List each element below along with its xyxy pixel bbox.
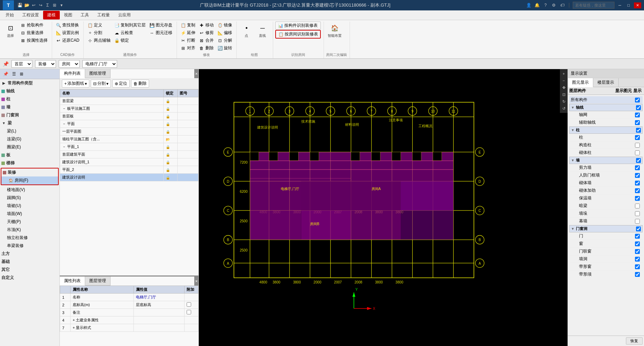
ribbon-btn-elem-save[interactable]: 💾 图元存盘 <box>148 22 174 29</box>
ribbon-btn-extend[interactable]: ⚡ 延伸 <box>179 29 197 36</box>
tree-item-others[interactable]: 其它 <box>0 266 59 274</box>
menu-tools[interactable]: 工具 <box>76 11 93 19</box>
ribbon-btn-split[interactable]: ÷ 分割 <box>86 29 112 36</box>
qat-redo[interactable]: ↪ <box>38 2 44 8</box>
ribbon-btn-elem-move[interactable]: ↔ 图元迁移 <box>148 29 174 36</box>
cad-viewport[interactable]: 1 2 3 4 5 6 7 8 9 10 11 E D <box>199 69 568 346</box>
menu-cloud[interactable]: 云应用 <box>114 11 135 19</box>
wall-section-check[interactable] <box>636 158 641 163</box>
rp-section-column[interactable]: ▼ 柱 <box>569 126 643 134</box>
collapse-top-btn[interactable]: ✕ <box>194 69 198 78</box>
axis-grid-check[interactable] <box>635 113 640 117</box>
ribbon-btn-trim[interactable]: ↩ 修剪 <box>197 29 215 36</box>
cad-tool-rotate-ccw[interactable]: ↺ <box>561 105 567 112</box>
civil-wall-check[interactable] <box>635 173 640 178</box>
help-icon[interactable]: ? <box>543 2 549 8</box>
category-select[interactable]: 房间 <box>59 60 80 68</box>
rp-row-axis-grid[interactable]: 轴网 <box>569 111 643 119</box>
qat-more[interactable]: ▾ <box>58 2 65 8</box>
collapse-bottom-btn[interactable]: ✕ <box>194 277 198 286</box>
ribbon-btn-define[interactable]: 📋 定义 <box>86 22 112 29</box>
table-row[interactable]: － 平面_1 🔒 <box>60 143 198 151</box>
tree-item-axis[interactable]: 轴线 <box>0 87 59 95</box>
tree-item-beam[interactable]: ▼ 梁 <box>0 119 59 127</box>
door-check[interactable] <box>635 234 640 239</box>
table-row[interactable]: 平面_2 🔒 <box>60 166 198 174</box>
bell-icon[interactable]: 🔔 <box>534 2 540 8</box>
attach-checkbox[interactable] <box>187 302 191 307</box>
restore-btn[interactable]: 恢复 <box>626 337 643 345</box>
column-check[interactable] <box>635 135 640 140</box>
tree-item-foundation[interactable]: 基础 <box>0 258 59 266</box>
opening-section-check[interactable] <box>636 226 641 231</box>
ribbon-btn-merge[interactable]: ⊠ 合并 <box>197 37 215 44</box>
ribbon-btn-attr-select[interactable]: ⊠ 按属性选择 <box>19 37 49 44</box>
tree-item-suspended-ceiling[interactable]: 吊顶(K) <box>0 226 59 234</box>
ribbon-btn-by-component[interactable]: 📊 按构件识别装修表 <box>275 22 321 30</box>
shear-wall-check[interactable] <box>635 165 640 170</box>
pin-icon[interactable]: 📌 <box>2 71 9 77</box>
table-row[interactable]: 墙柱平法施工图（含... 📂 <box>60 135 198 143</box>
rp-row-curtain-wall[interactable]: 幕墙 <box>569 217 643 225</box>
table-row[interactable]: 首层建筑平面 🔒 <box>60 151 198 158</box>
tree-item-beam-decoration[interactable]: 单梁装修 <box>0 242 59 250</box>
tree-item-ceiling[interactable]: 天棚(P) <box>0 218 59 226</box>
strip-need-check[interactable] <box>635 272 640 277</box>
grid-view-icon[interactable]: ⊞ <box>18 71 25 77</box>
curtain-wall-check[interactable] <box>635 219 640 224</box>
locate-btn[interactable]: ⊕ 定位 <box>112 80 130 88</box>
rp-row-column[interactable]: 柱 <box>569 134 643 141</box>
rp-section-axis[interactable]: ▼ 轴线 <box>569 104 643 111</box>
attr-row[interactable]: 7 + 显示样式 <box>60 324 198 332</box>
wall-opening-check[interactable] <box>635 257 640 262</box>
table-row[interactable]: － 平面 🔒 <box>60 120 198 128</box>
menu-view[interactable]: 视图 <box>60 11 76 19</box>
menu-project-settings[interactable]: 工程设置 <box>18 11 43 19</box>
ribbon-btn-cloud-check[interactable]: ☁ 云检查 <box>113 29 147 36</box>
search-input[interactable] <box>573 2 614 9</box>
cad-tool-zoom-in[interactable]: + <box>561 71 567 77</box>
tab-element-display[interactable]: 图元显示 <box>568 78 593 87</box>
rp-row-aux-axis[interactable]: 辅助轴线 <box>569 119 643 126</box>
structural-column-check[interactable] <box>635 143 640 148</box>
floor-select[interactable]: 首层 <box>11 60 32 68</box>
tree-item-beam-l[interactable]: 梁(L) <box>0 127 59 135</box>
attr-row[interactable]: 3 备注 <box>60 309 198 316</box>
tree-item-column-decoration[interactable]: 独立柱装修 <box>0 234 59 242</box>
table-row[interactable]: 一层平面图 🔒 <box>60 128 198 135</box>
table-row[interactable]: 建筑设计说明_1 🔒 <box>60 158 198 166</box>
rp-section-wall[interactable]: ▼ 墙 <box>569 157 643 164</box>
ribbon-btn-restore-cad[interactable]: ↩ 还原CAD <box>54 37 81 44</box>
attr-row[interactable]: 2 底标高(m) 层底标高 <box>60 301 198 309</box>
close-button[interactable]: ✕ <box>634 2 641 8</box>
tree-item-custom[interactable]: 自定义 <box>0 274 59 282</box>
all-components-check[interactable] <box>635 98 640 102</box>
ribbon-btn-line[interactable]: ─ 直线 <box>255 22 270 39</box>
ribbon-btn-offset[interactable]: 📐 偏移 <box>216 29 234 36</box>
ribbon-btn-copy-layer[interactable]: 📑 复制到其它层 <box>113 22 147 29</box>
menu-build[interactable]: 建模 <box>43 11 60 19</box>
tab-layer-management[interactable]: 图层管理 <box>85 277 111 285</box>
list-view-icon[interactable]: ☰ <box>10 71 17 77</box>
axis-section-check[interactable] <box>636 105 641 110</box>
rp-row-wall-opening[interactable]: 墙洞 <box>569 255 643 263</box>
rp-all-components[interactable]: 所有构件 <box>569 96 643 104</box>
cad-tool-fit[interactable]: ⊡ <box>561 91 567 98</box>
tab-component-list[interactable]: 构件列表 <box>60 69 85 78</box>
settings-icon[interactable]: ⚙ <box>551 2 557 8</box>
minimize-button[interactable]: ─ <box>617 2 623 8</box>
attach-checkbox[interactable] <box>187 310 191 314</box>
tree-item-wainscot[interactable]: 墙裙(U) <box>0 202 59 210</box>
tree-item-common[interactable]: ▶ 常用构件类型 <box>0 79 59 87</box>
hidden-beam-check[interactable] <box>635 204 640 208</box>
tree-item-stair[interactable]: 楼梯 <box>0 159 59 167</box>
user-icon[interactable]: 👤 <box>526 2 532 8</box>
rp-row-strip-window[interactable]: 带形窗 <box>569 263 643 271</box>
rp-row-masonry-wall[interactable]: 砌体墙 <box>569 179 643 187</box>
ribbon-btn-by-room[interactable]: 📋 按房间识别装修表 <box>275 30 321 39</box>
tree-item-wall-surface[interactable]: 墙面(W) <box>0 210 59 218</box>
rp-row-civil-wall[interactable]: 人防门框墙 <box>569 172 643 179</box>
rp-row-shear-wall[interactable]: 剪力墙 <box>569 164 643 172</box>
rp-row-masonry-column[interactable]: 砌体柱 <box>569 149 643 157</box>
add-drawing-btn[interactable]: + 添加图纸 ▾ <box>62 80 89 88</box>
